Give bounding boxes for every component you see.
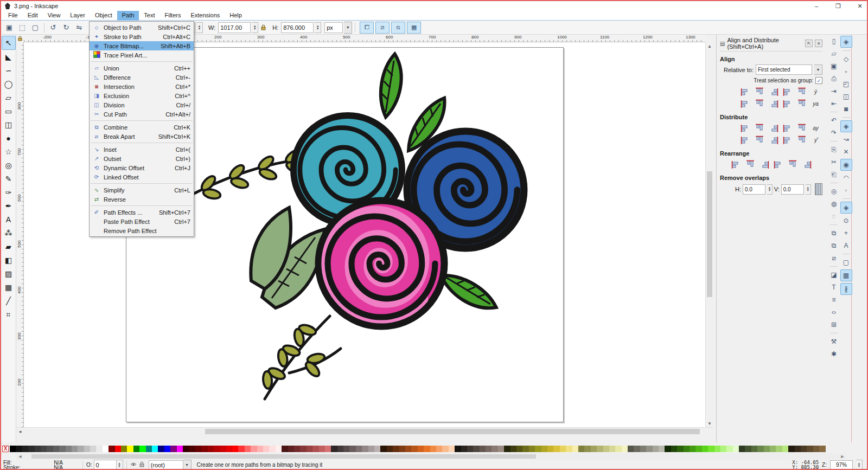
layers-dialog-icon[interactable]: ≡ [828, 294, 839, 305]
menubar-item-edit[interactable]: Edit [23, 11, 43, 21]
new-document-icon[interactable]: ▯ [828, 36, 839, 47]
palette-swatch[interactable] [498, 446, 504, 452]
align-horizontal-button-2[interactable] [752, 86, 766, 98]
snap-text-baseline-toggle[interactable]: A [841, 240, 852, 251]
palette-swatch[interactable] [331, 446, 337, 452]
copy-icon[interactable]: ⎘ [828, 144, 839, 155]
align-vertical-button-3[interactable] [767, 98, 780, 110]
x-spinner[interactable]: ▲▼ [196, 22, 203, 33]
palette-swatch[interactable] [504, 446, 510, 452]
palette-swatch[interactable] [733, 446, 739, 452]
palette-swatch[interactable] [442, 446, 448, 452]
fill-stroke-icon[interactable]: ◪ [828, 269, 839, 280]
menubar-item-text[interactable]: Text [139, 11, 159, 21]
affect-gradient-toggle[interactable]: ▦ [407, 22, 421, 34]
overlap-h-spinner[interactable]: ▲▼ [767, 184, 773, 195]
export-icon[interactable]: ⇤ [828, 98, 839, 109]
palette-swatch[interactable] [745, 446, 751, 452]
path-menu-item-cut-path[interactable]: ✂Cut PathCtrl+Alt+/ [90, 110, 194, 119]
palette-swatch[interactable] [486, 446, 492, 452]
palette-swatch[interactable] [628, 446, 634, 452]
distribute-horizontal-button-4[interactable] [781, 123, 794, 134]
palette-swatch[interactable] [41, 446, 47, 452]
palette-swatch[interactable] [294, 446, 300, 452]
distribute-vertical-button-1[interactable] [738, 134, 752, 146]
palette-swatch[interactable] [115, 446, 121, 452]
menubar-item-view[interactable]: View [43, 11, 66, 21]
layer-dropdown-arrow-icon[interactable]: ▼ [183, 460, 192, 470]
palette-swatch[interactable] [307, 446, 312, 452]
palette-swatch[interactable] [813, 446, 819, 452]
distribute-horizontal-button-5[interactable] [795, 123, 808, 134]
no-color-swatch[interactable]: X [2, 446, 9, 452]
print-icon[interactable]: ⎙ [828, 73, 839, 84]
layer-lock-icon[interactable] [139, 461, 144, 468]
palette-swatch[interactable] [183, 446, 189, 452]
palette-swatch[interactable] [152, 446, 158, 452]
palette-swatch[interactable] [677, 446, 683, 452]
pencil-tool-icon[interactable]: ✎ [2, 172, 15, 185]
width-field[interactable]: 1017.00 [218, 22, 251, 33]
unit-dropdown-arrow-icon[interactable]: ▼ [344, 22, 352, 34]
path-menu-item-inset[interactable]: ↘InsetCtrl+( [90, 145, 194, 154]
palette-swatch[interactable] [189, 446, 195, 452]
palette-swatch[interactable] [615, 446, 621, 452]
height-field[interactable]: 876.000 [281, 22, 314, 33]
deselect-icon[interactable]: ▢ [29, 22, 41, 34]
affect-scale-toggle[interactable]: ⧄ [375, 22, 390, 34]
width-spinner[interactable]: ▲▼ [252, 22, 258, 33]
palette-swatch[interactable] [572, 446, 578, 452]
palette-swatch[interactable] [22, 446, 28, 452]
vertical-scroll-thumb[interactable] [707, 171, 712, 297]
align-horizontal-button-3[interactable] [767, 86, 780, 98]
palette-swatch[interactable] [245, 446, 251, 452]
path-menu-item-trace-pixel-art[interactable]: Trace Pixel Art... [90, 50, 194, 60]
path-menu-item-union[interactable]: ▱UnionCtrl++ [90, 63, 194, 73]
path-menu-item-linked-offset[interactable]: ⟳Linked Offset [90, 172, 194, 182]
stroke-value[interactable]: N/A [54, 465, 63, 470]
path-menu-item-division[interactable]: ◫DivisionCtrl+/ [90, 100, 194, 110]
palette-scrollbar[interactable]: ◄ ► [16, 453, 846, 460]
gradient-tool-icon[interactable]: ▨ [2, 267, 15, 280]
palette-swatch[interactable] [158, 446, 164, 452]
palette-swatch[interactable] [35, 446, 41, 452]
palette-swatch[interactable] [751, 446, 757, 452]
palette-swatch[interactable] [566, 446, 572, 452]
palette-swatch[interactable] [591, 446, 597, 452]
palette-swatch[interactable] [405, 446, 411, 452]
align-dialog-icon[interactable]: ⊞ [828, 319, 839, 330]
palette-swatch[interactable] [782, 446, 788, 452]
scroll-up-arrow-icon[interactable]: ▲ [706, 42, 713, 50]
palette-swatch[interactable] [819, 446, 825, 452]
align-vertical-button-1[interactable] [738, 98, 752, 110]
select-objects-icon[interactable]: ⬚ [16, 22, 28, 34]
palette-swatch[interactable] [764, 446, 770, 452]
menubar-item-file[interactable]: File [3, 11, 23, 21]
layer-selector[interactable]: (root) [149, 460, 183, 470]
duplicate-icon[interactable]: ⧉ [828, 228, 839, 239]
rearrange-button-5[interactable] [786, 159, 799, 170]
open-document-icon[interactable]: ▱ [828, 48, 839, 59]
palette-swatch[interactable] [325, 446, 331, 452]
ruler-lock-icon[interactable] [16, 35, 24, 42]
menubar-item-path[interactable]: Path [117, 11, 139, 21]
palette-swatch[interactable] [757, 446, 763, 452]
text-dialog-icon[interactable]: T [828, 282, 839, 293]
palette-swatch[interactable] [387, 446, 393, 452]
path-menu-item-path-effects[interactable]: ✐Path Effects ...Shift+Ctrl+7 [90, 208, 194, 217]
palette-swatch[interactable] [467, 446, 473, 452]
scroll-left-arrow-icon[interactable]: ◄ [16, 428, 24, 435]
path-menu-item-stroke-to-path[interactable]: ✦Stroke to PathCtrl+Alt+C [90, 32, 194, 41]
palette-swatch[interactable] [356, 446, 362, 452]
treat-as-group-checkbox[interactable]: ✓ [815, 77, 822, 84]
palette-swatch[interactable] [473, 446, 479, 452]
path-menu-item-paste-path-effect[interactable]: Paste Path EffectCtrl+7 [90, 217, 194, 226]
snap-guides-toggle[interactable]: ∦ [840, 283, 852, 295]
rearrange-button-2[interactable] [743, 159, 757, 170]
eraser-tool-icon[interactable]: ▰ [2, 240, 15, 253]
snap-master-toggle[interactable]: ◈ [840, 36, 852, 48]
align-horizontal-button-6[interactable]: ÿ [809, 86, 822, 98]
distribute-horizontal-button-6[interactable]: ay [809, 123, 822, 134]
distribute-vertical-button-2[interactable] [752, 134, 766, 146]
palette-swatch[interactable] [66, 446, 72, 452]
